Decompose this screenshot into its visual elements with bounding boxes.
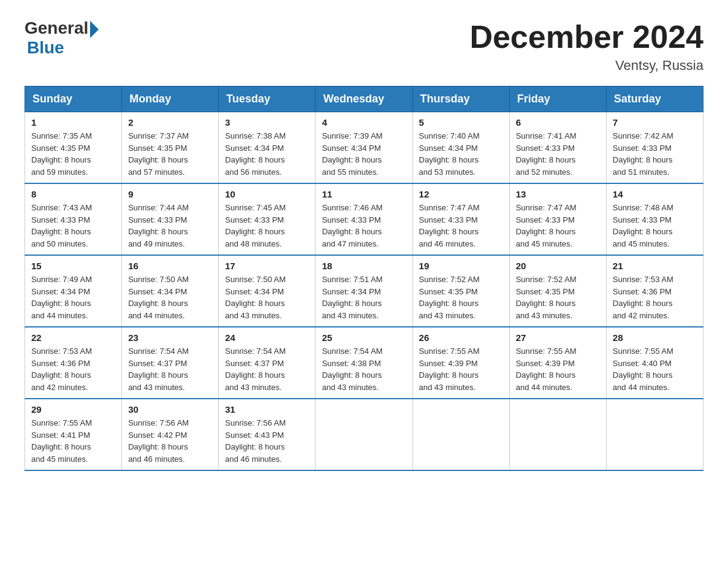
logo: General Blue (25, 18, 99, 58)
day-number: 9 (128, 189, 212, 199)
calendar-cell: 18Sunrise: 7:51 AMSunset: 4:34 PMDayligh… (316, 255, 412, 327)
day-number: 22 (31, 332, 115, 343)
calendar-cell: 11Sunrise: 7:46 AMSunset: 4:33 PMDayligh… (316, 183, 412, 255)
calendar-cell (606, 399, 703, 470)
calendar-cell: 31Sunrise: 7:56 AMSunset: 4:43 PMDayligh… (219, 399, 316, 470)
day-number: 21 (613, 261, 697, 271)
calendar-cell: 7Sunrise: 7:42 AMSunset: 4:33 PMDaylight… (606, 112, 703, 184)
day-info: Sunrise: 7:50 AMSunset: 4:34 PMDaylight:… (225, 274, 309, 321)
day-number: 11 (322, 189, 406, 199)
day-info: Sunrise: 7:52 AMSunset: 4:35 PMDaylight:… (516, 274, 600, 321)
title-area: December 2024 Ventsy, Russia (469, 18, 703, 74)
day-number: 1 (31, 117, 115, 128)
day-info: Sunrise: 7:43 AMSunset: 4:33 PMDaylight:… (31, 202, 115, 250)
day-number: 23 (128, 332, 212, 343)
calendar-cell: 13Sunrise: 7:47 AMSunset: 4:33 PMDayligh… (509, 183, 606, 255)
calendar-cell: 28Sunrise: 7:55 AMSunset: 4:40 PMDayligh… (606, 327, 703, 399)
calendar-cell: 29Sunrise: 7:55 AMSunset: 4:41 PMDayligh… (25, 399, 122, 470)
day-info: Sunrise: 7:47 AMSunset: 4:33 PMDaylight:… (516, 202, 600, 250)
day-number: 26 (419, 332, 503, 343)
calendar-cell: 15Sunrise: 7:49 AMSunset: 4:34 PMDayligh… (25, 255, 122, 327)
calendar-week-row: 8Sunrise: 7:43 AMSunset: 4:33 PMDaylight… (25, 183, 703, 255)
calendar-week-row: 22Sunrise: 7:53 AMSunset: 4:36 PMDayligh… (25, 327, 703, 399)
day-info: Sunrise: 7:40 AMSunset: 4:34 PMDaylight:… (419, 130, 503, 178)
day-info: Sunrise: 7:53 AMSunset: 4:36 PMDaylight:… (613, 274, 697, 321)
calendar-weekday-header: Sunday (25, 86, 122, 112)
day-number: 15 (31, 261, 115, 271)
calendar-cell: 10Sunrise: 7:45 AMSunset: 4:33 PMDayligh… (219, 183, 316, 255)
day-number: 27 (516, 332, 600, 343)
calendar-cell: 26Sunrise: 7:55 AMSunset: 4:39 PMDayligh… (412, 327, 509, 399)
calendar-cell: 5Sunrise: 7:40 AMSunset: 4:34 PMDaylight… (412, 112, 509, 184)
day-info: Sunrise: 7:45 AMSunset: 4:33 PMDaylight:… (225, 202, 309, 250)
calendar-cell: 6Sunrise: 7:41 AMSunset: 4:33 PMDaylight… (509, 112, 606, 184)
day-info: Sunrise: 7:55 AMSunset: 4:40 PMDaylight:… (613, 345, 697, 393)
calendar-weekday-header: Monday (122, 86, 219, 112)
calendar-cell: 9Sunrise: 7:44 AMSunset: 4:33 PMDaylight… (122, 183, 219, 255)
day-number: 20 (516, 261, 600, 271)
day-number: 25 (322, 332, 406, 343)
day-info: Sunrise: 7:50 AMSunset: 4:34 PMDaylight:… (128, 274, 212, 321)
calendar-cell: 22Sunrise: 7:53 AMSunset: 4:36 PMDayligh… (25, 327, 122, 399)
calendar-cell: 2Sunrise: 7:37 AMSunset: 4:35 PMDaylight… (122, 112, 219, 184)
calendar-cell: 16Sunrise: 7:50 AMSunset: 4:34 PMDayligh… (122, 255, 219, 327)
day-number: 16 (128, 261, 212, 271)
calendar-week-row: 1Sunrise: 7:35 AMSunset: 4:35 PMDaylight… (25, 112, 703, 184)
calendar-cell: 17Sunrise: 7:50 AMSunset: 4:34 PMDayligh… (219, 255, 316, 327)
day-info: Sunrise: 7:55 AMSunset: 4:41 PMDaylight:… (31, 417, 115, 465)
month-title: December 2024 (469, 18, 703, 55)
calendar-cell (316, 399, 412, 470)
day-info: Sunrise: 7:48 AMSunset: 4:33 PMDaylight:… (613, 202, 697, 250)
calendar-cell: 12Sunrise: 7:47 AMSunset: 4:33 PMDayligh… (412, 183, 509, 255)
calendar-cell: 1Sunrise: 7:35 AMSunset: 4:35 PMDaylight… (25, 112, 122, 184)
day-number: 19 (419, 261, 503, 271)
calendar-cell: 19Sunrise: 7:52 AMSunset: 4:35 PMDayligh… (412, 255, 509, 327)
day-info: Sunrise: 7:54 AMSunset: 4:38 PMDaylight:… (322, 345, 406, 393)
day-number: 14 (613, 189, 697, 199)
day-number: 6 (516, 117, 600, 128)
calendar-cell: 30Sunrise: 7:56 AMSunset: 4:42 PMDayligh… (122, 399, 219, 470)
day-info: Sunrise: 7:54 AMSunset: 4:37 PMDaylight:… (128, 345, 212, 393)
day-info: Sunrise: 7:41 AMSunset: 4:33 PMDaylight:… (516, 130, 600, 178)
day-number: 2 (128, 117, 212, 128)
day-number: 30 (128, 404, 212, 415)
calendar-weekday-header: Saturday (606, 86, 703, 112)
day-number: 7 (613, 117, 697, 128)
day-info: Sunrise: 7:51 AMSunset: 4:34 PMDaylight:… (322, 274, 406, 321)
day-number: 12 (419, 189, 503, 199)
calendar-cell: 14Sunrise: 7:48 AMSunset: 4:33 PMDayligh… (606, 183, 703, 255)
calendar-cell: 21Sunrise: 7:53 AMSunset: 4:36 PMDayligh… (606, 255, 703, 327)
calendar-week-row: 29Sunrise: 7:55 AMSunset: 4:41 PMDayligh… (25, 399, 703, 470)
day-info: Sunrise: 7:54 AMSunset: 4:37 PMDaylight:… (225, 345, 309, 393)
day-info: Sunrise: 7:37 AMSunset: 4:35 PMDaylight:… (128, 130, 212, 178)
day-number: 8 (31, 189, 115, 199)
day-number: 18 (322, 261, 406, 271)
day-number: 3 (225, 117, 309, 128)
day-info: Sunrise: 7:55 AMSunset: 4:39 PMDaylight:… (516, 345, 600, 393)
logo-blue-text: Blue (27, 38, 64, 58)
day-info: Sunrise: 7:38 AMSunset: 4:34 PMDaylight:… (225, 130, 309, 178)
day-info: Sunrise: 7:56 AMSunset: 4:42 PMDaylight:… (128, 417, 212, 465)
day-number: 17 (225, 261, 309, 271)
calendar-weekday-header: Tuesday (219, 86, 316, 112)
day-info: Sunrise: 7:35 AMSunset: 4:35 PMDaylight:… (31, 130, 115, 178)
day-info: Sunrise: 7:49 AMSunset: 4:34 PMDaylight:… (31, 274, 115, 321)
calendar-cell: 23Sunrise: 7:54 AMSunset: 4:37 PMDayligh… (122, 327, 219, 399)
day-number: 13 (516, 189, 600, 199)
day-number: 29 (31, 404, 115, 415)
day-number: 4 (322, 117, 406, 128)
location-text: Ventsy, Russia (469, 58, 703, 74)
day-info: Sunrise: 7:53 AMSunset: 4:36 PMDaylight:… (31, 345, 115, 393)
calendar-cell (412, 399, 509, 470)
calendar-cell (509, 399, 606, 470)
day-info: Sunrise: 7:47 AMSunset: 4:33 PMDaylight:… (419, 202, 503, 250)
calendar-weekday-header: Wednesday (316, 86, 412, 112)
logo-general-text: General (25, 18, 88, 38)
calendar-cell: 25Sunrise: 7:54 AMSunset: 4:38 PMDayligh… (316, 327, 412, 399)
day-info: Sunrise: 7:46 AMSunset: 4:33 PMDaylight:… (322, 202, 406, 250)
calendar-header-row: SundayMondayTuesdayWednesdayThursdayFrid… (25, 86, 703, 112)
calendar-cell: 4Sunrise: 7:39 AMSunset: 4:34 PMDaylight… (316, 112, 412, 184)
day-info: Sunrise: 7:56 AMSunset: 4:43 PMDaylight:… (225, 417, 309, 465)
page-header: General Blue December 2024 Ventsy, Russi… (25, 18, 703, 74)
calendar-cell: 8Sunrise: 7:43 AMSunset: 4:33 PMDaylight… (25, 183, 122, 255)
